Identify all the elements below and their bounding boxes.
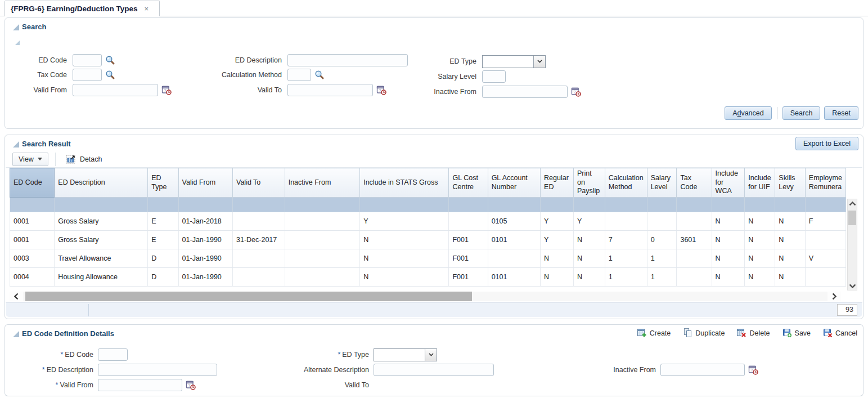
export-to-excel-button[interactable]: Export to Excel <box>795 137 858 150</box>
table-cell[interactable] <box>233 268 285 287</box>
table-cell[interactable]: N <box>541 249 574 268</box>
table-cell[interactable]: D <box>148 249 178 268</box>
scroll-left-icon[interactable] <box>10 292 23 301</box>
table-row[interactable]: 0003Travel AllowanceD01-Jan-1990NF001NN1… <box>10 249 846 268</box>
filter-cell[interactable] <box>647 198 677 212</box>
table-cell[interactable] <box>285 231 360 249</box>
table-cell[interactable]: N <box>573 231 605 249</box>
inactive-from-input[interactable] <box>482 86 568 98</box>
table-cell[interactable] <box>449 212 488 231</box>
table-cell[interactable]: N <box>775 268 805 287</box>
ed-type-select[interactable] <box>482 55 546 68</box>
table-cell[interactable]: 01-Jan-1990 <box>178 249 232 268</box>
column-header[interactable]: Include for WCA <box>712 168 745 198</box>
table-cell[interactable]: N <box>712 249 745 268</box>
table-cell[interactable]: N <box>745 268 775 287</box>
filter-cell[interactable] <box>488 198 540 212</box>
table-cell[interactable]: 1 <box>605 249 647 268</box>
column-header[interactable]: GL Cost Centre <box>449 168 488 198</box>
table-cell[interactable]: 31-Dec-2017 <box>233 231 285 249</box>
calculation-method-lookup-icon[interactable] <box>314 70 325 80</box>
table-cell[interactable]: 01-Jan-2018 <box>178 212 232 231</box>
table-cell[interactable]: N <box>712 268 745 287</box>
table-row[interactable]: 0001Gross SalaryE01-Jan-2018Y0105YYNNNF <box>10 212 846 231</box>
column-header[interactable]: Include in STATS Gross <box>360 168 449 198</box>
column-header[interactable]: Regular ED <box>541 168 574 198</box>
table-cell[interactable]: 0001 <box>10 212 55 231</box>
disclosure-triangle-icon[interactable] <box>13 141 19 147</box>
table-cell[interactable]: 0001 <box>10 231 55 249</box>
table-cell[interactable] <box>605 212 647 231</box>
table-cell[interactable]: Y <box>541 231 574 249</box>
column-header[interactable]: Valid To <box>233 168 285 198</box>
table-cell[interactable]: N <box>745 249 775 268</box>
table-cell[interactable]: 1 <box>647 268 677 287</box>
detail-inactive-from-input[interactable] <box>660 364 745 376</box>
chevron-down-icon[interactable] <box>425 349 437 361</box>
table-cell[interactable]: 0004 <box>10 268 55 287</box>
table-cell[interactable]: 1 <box>647 249 677 268</box>
table-cell[interactable]: 1 <box>605 268 647 287</box>
reset-button[interactable]: Reset <box>824 106 858 120</box>
chevron-down-icon[interactable] <box>533 56 545 68</box>
table-cell[interactable]: N <box>360 268 449 287</box>
disclosure-triangle-icon[interactable] <box>13 331 19 337</box>
table-cell[interactable] <box>677 249 712 268</box>
delete-button[interactable]: Delete <box>737 328 770 338</box>
table-cell[interactable]: E <box>148 231 178 249</box>
duplicate-button[interactable]: Duplicate <box>683 328 725 338</box>
column-header[interactable]: ED Description <box>55 168 148 198</box>
alternate-description-input[interactable] <box>374 364 494 376</box>
filter-cell[interactable] <box>677 198 712 212</box>
table-cell[interactable]: F <box>805 212 845 231</box>
table-cell[interactable]: N <box>775 212 805 231</box>
table-cell[interactable]: 7 <box>605 231 647 249</box>
table-cell[interactable]: N <box>775 249 805 268</box>
filter-cell[interactable] <box>10 198 55 212</box>
save-button[interactable]: Save <box>782 328 811 338</box>
filter-cell[interactable] <box>745 198 775 212</box>
table-cell[interactable]: N <box>712 231 745 249</box>
table-cell[interactable]: 0 <box>647 231 677 249</box>
filter-cell[interactable] <box>449 198 488 212</box>
table-cell[interactable]: N <box>745 231 775 249</box>
horizontal-scrollbar[interactable] <box>10 292 841 301</box>
ed-code-lookup-icon[interactable] <box>105 55 115 65</box>
filter-cell[interactable] <box>712 198 745 212</box>
column-header[interactable]: Skills Levy <box>775 168 805 198</box>
table-cell[interactable]: N <box>541 268 574 287</box>
table-cell[interactable]: 01-Jan-1990 <box>178 231 232 249</box>
table-cell[interactable]: 0101 <box>488 231 540 249</box>
table-cell[interactable]: E <box>148 212 178 231</box>
filter-cell[interactable] <box>805 198 845 212</box>
vertical-scrollbar[interactable] <box>847 199 857 290</box>
table-cell[interactable] <box>677 268 712 287</box>
table-cell[interactable]: Y <box>573 212 605 231</box>
table-cell[interactable]: Y <box>541 212 574 231</box>
table-cell[interactable]: D <box>148 268 178 287</box>
tab-close-icon[interactable]: × <box>145 5 149 12</box>
table-cell[interactable] <box>488 249 540 268</box>
table-cell[interactable]: 0003 <box>10 249 55 268</box>
table-cell[interactable] <box>677 212 712 231</box>
vertical-scroll-thumb[interactable] <box>848 211 856 225</box>
search-button[interactable]: Search <box>782 106 821 120</box>
table-cell[interactable]: Gross Salary <box>55 212 148 231</box>
column-header[interactable]: Tax Code <box>677 168 712 198</box>
tab-earning-deduction-types[interactable]: {FPRG-6} Earning/Deduction Types × <box>5 1 160 16</box>
tax-code-input[interactable] <box>73 69 102 81</box>
filter-cell[interactable] <box>148 198 178 212</box>
detach-button[interactable]: Detach <box>62 153 106 166</box>
filter-cell[interactable] <box>55 198 148 212</box>
table-cell[interactable] <box>233 212 285 231</box>
table-cell[interactable] <box>647 212 677 231</box>
table-cell[interactable]: N <box>712 212 745 231</box>
filter-cell[interactable] <box>178 198 232 212</box>
table-cell[interactable]: N <box>573 268 605 287</box>
advanced-button[interactable]: Advanced <box>725 106 772 120</box>
column-header[interactable]: Valid From <box>178 168 232 198</box>
filter-cell[interactable] <box>573 198 605 212</box>
scroll-down-icon[interactable] <box>849 281 856 290</box>
table-row[interactable]: 0004Housing AllowanceD01-Jan-1990NF00101… <box>10 268 846 287</box>
column-header[interactable]: Calculation Method <box>605 168 647 198</box>
